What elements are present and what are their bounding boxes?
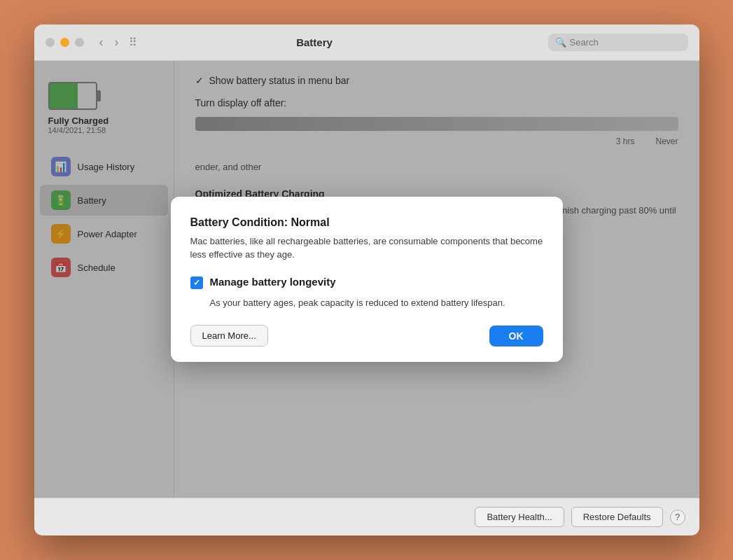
- search-bar[interactable]: 🔍: [548, 34, 688, 51]
- help-button[interactable]: ?: [670, 510, 685, 525]
- minimize-button[interactable]: [60, 38, 69, 47]
- modal-title: Battery Condition: Normal: [190, 216, 543, 229]
- main-content: Fully Charged 14/4/2021, 21:58 📊 Usage H…: [34, 61, 699, 498]
- modal-buttons: Learn More... OK: [190, 325, 543, 346]
- restore-defaults-button[interactable]: Restore Defaults: [571, 507, 663, 527]
- checkbox-label: Manage battery longevity: [210, 276, 336, 288]
- bottom-bar: Battery Health... Restore Defaults ?: [34, 498, 699, 536]
- battery-health-button[interactable]: Battery Health...: [475, 507, 564, 527]
- checkbox-description: As your battery ages, peak capacity is r…: [210, 296, 543, 310]
- window-controls: [46, 38, 84, 47]
- title-bar: ‹ › ⠿ Battery 🔍: [34, 24, 699, 61]
- longevity-checkbox[interactable]: ✓: [190, 276, 203, 289]
- window-title: Battery: [81, 36, 548, 48]
- macos-window: ‹ › ⠿ Battery 🔍 Fully Charged 14/4/2021,…: [34, 24, 699, 536]
- learn-more-button[interactable]: Learn More...: [190, 325, 268, 346]
- ok-button[interactable]: OK: [489, 326, 543, 346]
- modal-overlay: Battery Condition: Normal Mac batteries,…: [34, 61, 699, 498]
- modal-description: Mac batteries, like all rechargeable bat…: [190, 234, 543, 262]
- search-input[interactable]: [570, 37, 681, 48]
- search-icon: 🔍: [555, 37, 566, 48]
- modal-checkbox-row: ✓ Manage battery longevity: [190, 276, 543, 289]
- checkbox-check-icon: ✓: [193, 278, 200, 288]
- battery-condition-modal: Battery Condition: Normal Mac batteries,…: [171, 197, 563, 363]
- close-button[interactable]: [46, 38, 55, 47]
